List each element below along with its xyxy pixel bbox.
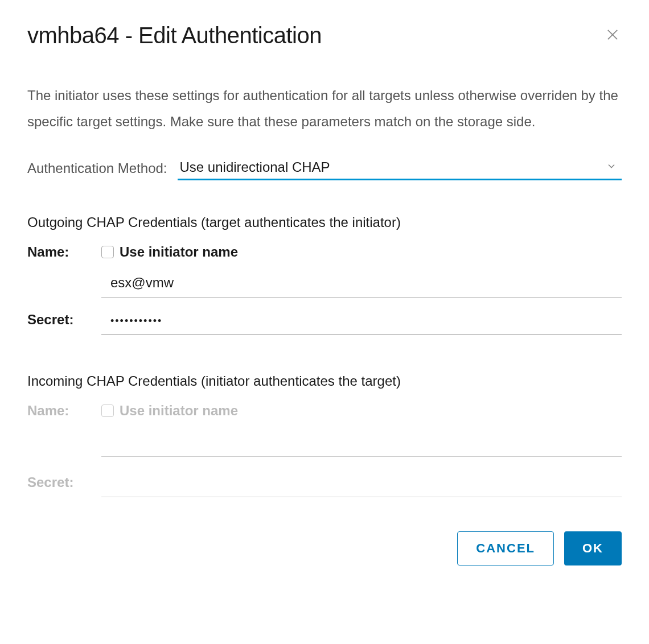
incoming-secret-input: [101, 469, 622, 497]
close-button[interactable]: [603, 27, 622, 45]
outgoing-secret-label: Secret:: [27, 312, 101, 335]
chevron-down-icon: [606, 160, 617, 174]
dialog-description: The initiator uses these settings for au…: [27, 82, 622, 134]
incoming-name-input: [101, 429, 622, 457]
incoming-name-label: Name:: [27, 403, 101, 419]
incoming-section: Incoming CHAP Credentials (initiator aut…: [27, 373, 622, 497]
close-icon: [605, 27, 621, 44]
dialog-title: vmhba64 - Edit Authentication: [27, 23, 322, 48]
auth-method-select[interactable]: Use unidirectional CHAP: [178, 156, 622, 180]
auth-method-label: Authentication Method:: [27, 160, 167, 176]
outgoing-heading: Outgoing CHAP Credentials (target authen…: [27, 214, 622, 230]
outgoing-use-initiator-checkbox[interactable]: [101, 246, 114, 258]
incoming-secret-label: Secret:: [27, 474, 101, 497]
outgoing-secret-input[interactable]: [101, 311, 622, 335]
auth-method-value: Use unidirectional CHAP: [180, 159, 330, 175]
outgoing-section: Outgoing CHAP Credentials (target authen…: [27, 214, 622, 335]
outgoing-name-label: Name:: [27, 244, 101, 260]
outgoing-name-input[interactable]: [101, 270, 622, 298]
incoming-use-initiator-label: Use initiator name: [120, 403, 238, 419]
incoming-heading: Incoming CHAP Credentials (initiator aut…: [27, 373, 622, 389]
cancel-button[interactable]: CANCEL: [457, 531, 554, 565]
outgoing-use-initiator-label: Use initiator name: [120, 244, 238, 260]
ok-button[interactable]: OK: [564, 531, 622, 565]
incoming-use-initiator-checkbox: [101, 404, 114, 417]
